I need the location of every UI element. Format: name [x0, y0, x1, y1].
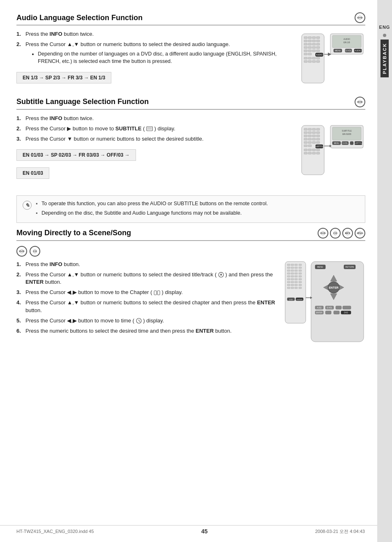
- svg-rect-76: [304, 152, 307, 154]
- svg-rect-136: [295, 287, 297, 289]
- svg-rect-5: [304, 40, 307, 42]
- svg-rect-117: [299, 273, 302, 274]
- svg-rect-6: [308, 40, 311, 42]
- svg-rect-71: [308, 145, 311, 147]
- svg-rect-123: [291, 278, 294, 280]
- svg-rect-7: [312, 40, 316, 42]
- svg-text:EN 1/3: EN 1/3: [344, 41, 350, 44]
- section3-body: 1. Press the INFO button. 2. Press the C…: [16, 261, 365, 343]
- step3-6: 6. Press the numeric buttons to select t…: [16, 327, 278, 335]
- svg-rect-73: [308, 149, 311, 151]
- svg-rect-15: [312, 46, 316, 49]
- section2-badges: DVD: [355, 97, 365, 107]
- svg-rect-29: [304, 60, 307, 63]
- svg-text:4:00: 4:00: [289, 299, 293, 301]
- step1-1-bold: INFO: [50, 31, 62, 37]
- step3-5-content: Press the Cursor ◀,▶ button to move to t…: [25, 317, 278, 325]
- main-content: Audio Language Selection Function DVD 1.…: [16, 12, 365, 343]
- svg-rect-8: [316, 40, 320, 42]
- step2-1-num: 1.: [16, 115, 24, 123]
- mp3-badge-3: MP3: [342, 228, 353, 239]
- svg-rect-118: [287, 276, 290, 277]
- section3-title: Moving Directly to a Scene/Song: [16, 229, 131, 237]
- dvd-badge-3: DVD: [318, 228, 328, 239]
- svg-rect-137: [299, 287, 302, 289]
- note-icon: ✎: [23, 201, 32, 210]
- svg-text:EN 01/03: EN 01/03: [342, 133, 351, 135]
- svg-rect-60: [304, 138, 307, 140]
- svg-rect-128: [295, 281, 297, 283]
- step2-2-num: 2.: [16, 125, 24, 133]
- step3-2-num: 2.: [16, 271, 24, 287]
- svg-rect-77: [308, 152, 311, 154]
- svg-rect-12: [316, 43, 320, 45]
- svg-rect-18: [308, 50, 311, 52]
- step3-4-num: 4.: [16, 299, 24, 315]
- svg-rect-158: [343, 306, 351, 309]
- step3-3-num: 3.: [16, 289, 24, 296]
- svg-text:SUBTITLE: SUBTITLE: [342, 130, 352, 132]
- step3-1-bold: INFO: [50, 261, 62, 267]
- svg-rect-3: [312, 37, 316, 39]
- section2-formula: EN 01/03 → SP 02/03 → FR 03/03 → OFF/03 …: [16, 146, 295, 182]
- section-moving-scene: Moving Directly to a Scene/Song DVD CD M…: [16, 228, 365, 343]
- footer-left: HT-TWZ415_XAC_ENG_0320.indd 45: [16, 529, 94, 534]
- svg-rect-116: [295, 273, 297, 274]
- svg-rect-59: [316, 135, 320, 137]
- svg-rect-44: [147, 127, 152, 131]
- svg-rect-57: [308, 135, 311, 137]
- step3-1-num: 1.: [16, 261, 24, 269]
- svg-text:A.EQ: A.EQ: [317, 307, 321, 309]
- svg-rect-107: [291, 267, 294, 269]
- svg-rect-67: [316, 141, 320, 144]
- step1-2: 2. Press the Cursor ▲,▼ button or numeri…: [16, 41, 295, 66]
- step3-4-enter: ENTER: [257, 299, 275, 306]
- page-footer: HT-TWZ415_XAC_ENG_0320.indd 45 45 2008-0…: [0, 525, 377, 535]
- svg-rect-135: [291, 287, 294, 289]
- section3-text: 1. Press the INFO button. 2. Press the C…: [16, 261, 278, 343]
- section1-body: 1. Press the INFO button twice. 2. Press…: [16, 30, 365, 87]
- section1-text: 1. Press the INFO button twice. 2. Press…: [16, 30, 295, 87]
- svg-rect-31: [312, 60, 316, 63]
- section1-header: Audio Language Selection Function DVD: [16, 12, 365, 25]
- svg-rect-133: [299, 284, 302, 286]
- svg-rect-65: [308, 141, 311, 144]
- step1-1-num: 1.: [16, 30, 24, 38]
- svg-rect-96: [154, 291, 157, 295]
- section-audio-language: Audio Language Selection Function DVD 1.…: [16, 12, 365, 87]
- dvd-badge-1: DVD: [355, 12, 365, 23]
- svg-text:S.VOL: S.VOL: [327, 307, 332, 309]
- section2-body: 1. Press the INFO button twice. 2. Press…: [16, 115, 365, 186]
- svg-rect-9: [304, 43, 307, 45]
- svg-rect-10: [308, 43, 311, 45]
- svg-rect-120: [295, 276, 297, 277]
- sidebar-dot: [383, 34, 386, 37]
- section1-diagram: AUDIO: [300, 30, 365, 87]
- svg-rect-113: [299, 270, 302, 271]
- svg-rect-72: [304, 149, 307, 151]
- section1-title: Audio Language Selection Function: [16, 14, 143, 22]
- step3-5-num: 5.: [16, 317, 24, 325]
- section2-diagram: SUBTITLE SUBTITLE: [300, 115, 365, 186]
- section-subtitle-language: Subtitle Language Selection Function DVD…: [16, 97, 365, 186]
- svg-text:SUBTITLE: SUBTITLE: [354, 142, 363, 144]
- svg-rect-64: [304, 141, 307, 144]
- svg-rect-51: [316, 128, 320, 130]
- section2-remote-svg: SUBTITLE SUBTITLE: [301, 123, 364, 177]
- svg-rect-125: [299, 278, 302, 280]
- step1-2-content: Press the Cursor ▲,▼ button or numeric b…: [25, 41, 295, 66]
- step2-1-content: Press the INFO button twice.: [25, 115, 295, 123]
- section1-badges: DVD: [355, 12, 365, 23]
- step3-3: 3. Press the Cursor ◀,▶ button to move t…: [16, 289, 278, 296]
- svg-text:RETURN: RETURN: [345, 266, 354, 268]
- svg-text:SUBTITLE: SUBTITLE: [315, 146, 324, 148]
- svg-text:ENTER: ENTER: [329, 286, 339, 289]
- svg-rect-124: [295, 278, 297, 280]
- svg-rect-63: [316, 138, 320, 140]
- section2-header: Subtitle Language Selection Function DVD: [16, 97, 365, 110]
- right-sidebar: ENG PLAYBACK: [377, 0, 392, 542]
- svg-rect-110: [287, 270, 290, 271]
- svg-rect-24: [308, 53, 311, 55]
- svg-rect-132: [295, 284, 297, 286]
- svg-rect-157: [336, 306, 341, 309]
